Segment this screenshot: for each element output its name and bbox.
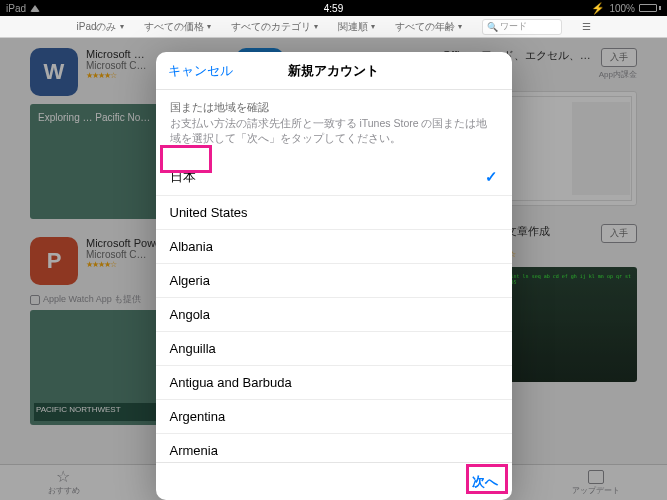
charging-icon: ⚡ [591, 2, 605, 15]
search-input[interactable]: 🔍 ワード [482, 19, 562, 35]
country-item[interactable]: Argentina [156, 400, 512, 434]
filter-sort[interactable]: 関連順▾ [338, 20, 375, 34]
country-item[interactable]: Algeria [156, 264, 512, 298]
filter-bar: iPadのみ▾ すべての価格▾ すべてのカテゴリ▾ 関連順▾ すべての年齢▾ 🔍… [0, 16, 667, 38]
modal-footer: 次へ [156, 462, 512, 500]
filter-price[interactable]: すべての価格▾ [144, 20, 211, 34]
country-item[interactable]: Angola [156, 298, 512, 332]
instruction-text: 国または地域を確認 お支払い方法の請求先住所と一致する iTunes Store… [156, 90, 512, 159]
filter-category[interactable]: すべてのカテゴリ▾ [231, 20, 318, 34]
modal-header: キャンセル 新規アカウント [156, 52, 512, 90]
list-view-icon[interactable]: ☰ [582, 21, 591, 32]
instruction-title: 国または地域を確認 [170, 100, 498, 115]
modal-title: 新規アカウント [288, 62, 379, 80]
filter-age[interactable]: すべての年齢▾ [395, 20, 462, 34]
filter-device[interactable]: iPadのみ▾ [76, 20, 123, 34]
status-bar: iPad 4:59 ⚡ 100% [0, 0, 667, 16]
country-item-japan[interactable]: 日本 ✓ [156, 159, 512, 196]
country-list[interactable]: 日本 ✓ United States Albania Algeria Angol… [156, 159, 512, 462]
search-icon: 🔍 [487, 22, 498, 32]
country-item[interactable]: Albania [156, 230, 512, 264]
country-item[interactable]: Anguilla [156, 332, 512, 366]
country-item[interactable]: Armenia [156, 434, 512, 462]
instruction-body: お支払い方法の請求先住所と一致する iTunes Store の国または地域を選… [170, 116, 498, 146]
clock: 4:59 [324, 3, 343, 14]
country-item[interactable]: Antigua and Barbuda [156, 366, 512, 400]
cancel-button[interactable]: キャンセル [168, 62, 233, 80]
wifi-icon [30, 5, 40, 12]
country-item[interactable]: United States [156, 196, 512, 230]
battery-percent: 100% [609, 3, 635, 14]
device-label: iPad [6, 3, 26, 14]
checkmark-icon: ✓ [485, 168, 498, 186]
next-button[interactable]: 次へ [472, 473, 498, 491]
battery-icon [639, 4, 661, 12]
new-account-modal: キャンセル 新規アカウント 国または地域を確認 お支払い方法の請求先住所と一致す… [156, 52, 512, 500]
